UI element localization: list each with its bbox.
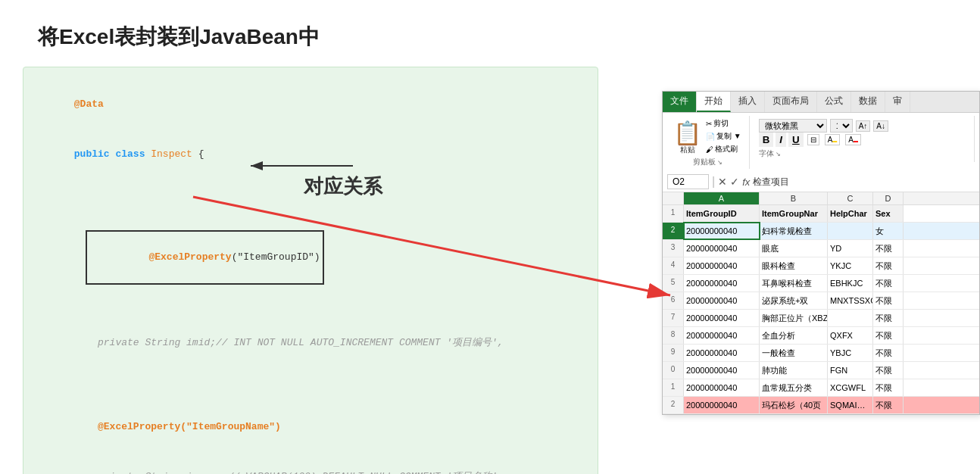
confirm-icon[interactable]: ✓ [730,176,739,188]
cell-2-c[interactable] [828,223,873,239]
cell-4-d[interactable]: 不限 [873,257,904,274]
cell-7-a[interactable]: 20000000040 [684,310,760,326]
cell-8-b[interactable]: 全血分析 [760,327,828,344]
col-header-d[interactable]: D [873,192,904,204]
copy-label: 复制 ▼ [716,131,741,142]
cell-5-a[interactable]: 20000000040 [684,275,760,292]
cell-10-a[interactable]: 20000000040 [684,362,760,379]
formula-bar: | ✕ ✓ fx 检查项目 [663,172,979,192]
cell-4-b[interactable]: 眼科检查 [760,257,828,274]
font-size-select[interactable]: 10 [830,119,853,133]
copy-button[interactable]: 📄 复制 ▼ [704,130,743,142]
cell-11-b[interactable]: 血常规五分类 [760,379,828,396]
data-row-6: 6 20000000040 泌尿系统+双 MNXTSSXGS 不限 [663,292,979,310]
font-expand-icon[interactable]: ↘ [776,151,781,157]
cell-12-b[interactable]: 玛石松杉（40页 [760,397,828,413]
cell-10-c[interactable]: FGN [828,362,873,379]
cell-3-c[interactable]: YD [828,240,873,257]
header-cell-b[interactable]: ItemGroupNar [760,205,828,222]
cell-6-c[interactable]: MNXTSSXGS [828,292,873,309]
col-header-b[interactable]: B [760,192,828,204]
cell-9-c[interactable]: YBJC [828,345,873,361]
italic-button[interactable]: I [776,133,786,147]
cell-10-d[interactable]: 不限 [873,362,904,379]
header-cell-c[interactable]: HelpChar [828,205,873,222]
cell-5-c[interactable]: EBHKJC [828,275,873,292]
tab-formula[interactable]: 公式 [817,92,851,112]
clipboard-group: 📋 粘贴 ✂ 剪切 📄 复制 ▼ 🖌 格式刷 [667,116,750,169]
cell-3-a[interactable]: 20000000040 [684,240,760,257]
font-decrease-button[interactable]: A↓ [873,120,888,132]
tab-review[interactable]: 审 [885,92,910,112]
page-title: 将Excel表封装到JavaBean中 [0,0,980,67]
cell-11-a[interactable]: 20000000040 [684,379,760,396]
cell-2-a[interactable]: 20000000040 [684,223,760,239]
font-color-button[interactable]: A▬ [845,134,861,145]
cell-8-c[interactable]: QXFX [828,327,873,344]
cell-7-d[interactable]: 不限 [873,310,904,326]
cell-12-d[interactable]: 不限 [873,397,904,413]
tab-file[interactable]: 文件 [663,92,697,112]
data-row-10: 0 20000000040 肺功能 FGN 不限 [663,362,979,379]
cell-12-a[interactable]: 20000000040 [684,397,760,413]
cell-4-c[interactable]: YKJC [828,257,873,274]
code-line-2: public class Inspect { [39,129,582,179]
cell-11-d[interactable]: 不限 [873,379,904,396]
cell-5-b[interactable]: 耳鼻喉科检查 [760,275,828,292]
cell-reference-input[interactable] [667,174,709,189]
clipboard-expand-icon[interactable]: ↘ [717,159,723,166]
cell-8-d[interactable]: 不限 [873,327,904,344]
row-num-4: 4 [663,257,684,274]
tab-layout[interactable]: 页面布局 [765,92,817,112]
cell-7-b[interactable]: 胸部正位片（XBZWPT [760,310,828,326]
format-painter-button[interactable]: 🖌 格式刷 [704,143,743,155]
tab-data[interactable]: 数据 [851,92,885,112]
header-cell-d[interactable]: Sex [873,205,904,222]
underline-button[interactable]: U [788,133,804,147]
header-cell-a[interactable]: ItemGroupID [684,205,760,222]
tab-start[interactable]: 开始 [697,92,731,112]
cell-3-b[interactable]: 眼底 [760,240,828,257]
data-row-12: 2 20000000040 玛石松杉（40页 SQMAI… 不限 [663,397,979,414]
data-row-9: 9 20000000040 一般检查 YBJC 不限 [663,345,979,362]
row-num-3: 3 [663,240,684,257]
code-blank-2 [39,369,582,385]
col-header-a[interactable]: A [684,192,760,204]
bold-button[interactable]: B [759,133,774,147]
cell-6-d[interactable]: 不限 [873,292,904,309]
row-num-9: 9 [663,345,684,361]
cancel-icon[interactable]: ✕ [718,176,727,188]
cell-11-c[interactable]: XCGWFL [828,379,873,396]
cell-6-b[interactable]: 泌尿系统+双 [760,292,828,309]
cell-9-a[interactable]: 20000000040 [684,345,760,361]
cell-2-d[interactable]: 女 [873,223,904,239]
font-row-1: 微软雅黑 10 A↑ A↓ [759,119,969,133]
cell-7-c[interactable] [828,310,873,326]
cell-5-d[interactable]: 不限 [873,275,904,292]
font-increase-button[interactable]: A↑ [856,120,871,132]
clipboard-label: 剪贴板 ↘ [693,157,723,167]
cell-10-b[interactable]: 肺功能 [760,362,828,379]
cell-9-b[interactable]: 一般检查 [760,345,828,361]
row-num-10: 0 [663,362,684,379]
row-num-8: 8 [663,327,684,344]
cell-12-c[interactable]: SQMAI… [828,397,873,413]
col-header-c[interactable]: C [828,192,873,204]
cell-8-a[interactable]: 20000000040 [684,327,760,344]
cell-4-a[interactable]: 20000000040 [684,257,760,274]
code-line-annotation1: @ExcelProperty("ItemGroupID") [39,197,582,319]
paste-label[interactable]: 粘贴 [680,145,695,155]
fill-color-button[interactable]: A▬ [825,134,841,145]
tab-insert[interactable]: 插入 [731,92,765,112]
cell-3-d[interactable]: 不限 [873,240,904,257]
font-name-select[interactable]: 微软雅黑 [759,119,827,133]
cut-button[interactable]: ✂ 剪切 [704,117,743,129]
header-row-num: 1 [663,205,684,222]
cell-9-d[interactable]: 不限 [873,345,904,361]
code-blank-3 [39,385,582,402]
cell-6-a[interactable]: 20000000040 [684,292,760,309]
cell-2-b[interactable]: 妇科常规检查 [760,223,828,239]
paste-icon[interactable]: 📋 [673,122,701,145]
border-button[interactable]: ⊟ [807,134,819,145]
code-line-field1: private String imid;// INT NOT NULL AUTO… [39,318,582,368]
